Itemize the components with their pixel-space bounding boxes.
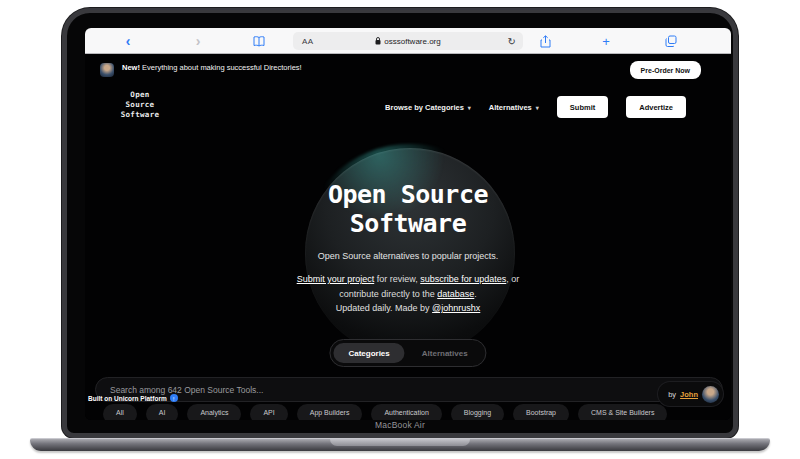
unicorn-platform-badge[interactable]: Built on Unicorn Platform ↑ (88, 394, 178, 402)
category-pill[interactable]: API (250, 404, 287, 420)
screenshot-stage: ‹ › AA osss (0, 0, 800, 459)
hero-title: Open Source Software (85, 180, 731, 238)
category-pill[interactable]: AI (146, 404, 179, 420)
nav-alternatives-label: Alternatives (489, 103, 532, 112)
announcement-message: Everything about making successful Direc… (140, 63, 302, 72)
built-prefix: Built on (88, 395, 114, 402)
author-avatar (702, 386, 719, 403)
hero-tagline: Open Source alternatives to popular proj… (85, 251, 731, 261)
hero-cta-text: Submit your project for review, subscrib… (258, 272, 558, 302)
announcement-bar: New! Everything about making successful … (85, 56, 731, 84)
nav-browse-label: Browse by Categories (385, 103, 464, 112)
browser-toolbar: ‹ › AA osss (85, 28, 731, 54)
built-on-text: Built on Unicorn Platform (88, 395, 167, 402)
site-logo[interactable]: Open Source Software (108, 90, 172, 120)
submit-button[interactable]: Submit (557, 96, 608, 118)
unicorn-platform-icon: ↑ (170, 394, 178, 402)
author-badge[interactable]: by John (658, 382, 723, 406)
url-text: osssoftware.org (293, 32, 523, 50)
logo-line: Software (108, 110, 172, 120)
device-name-label: MacBook Air (67, 420, 733, 430)
cta-text: contribute directly to the (339, 289, 437, 299)
announcement-text: New! Everything about making successful … (122, 63, 302, 72)
built-platform-name: Unicorn Platform (114, 395, 167, 402)
tab-categories[interactable]: Categories (333, 343, 404, 363)
tabs-overview-button[interactable] (663, 28, 679, 54)
announcement-avatar (100, 63, 114, 77)
cta-text: , or (506, 274, 519, 284)
tab-alternatives[interactable]: Alternatives (407, 343, 483, 363)
category-pill[interactable]: Bootstrap (513, 404, 569, 420)
category-pill[interactable]: Blogging (451, 404, 504, 420)
macbook-base (30, 438, 770, 451)
advertize-button[interactable]: Advertize (626, 96, 686, 118)
forward-icon: › (196, 34, 201, 48)
hero-title-line: Open Source (85, 180, 731, 209)
category-pill[interactable]: All (103, 404, 137, 420)
macbook-lid-notch (330, 439, 470, 446)
logo-line: Open (108, 90, 172, 100)
site-content: New! Everything about making successful … (85, 54, 731, 420)
bookmarks-button[interactable] (251, 28, 267, 54)
url-domain: osssoftware.org (384, 37, 440, 46)
view-toggle: Categories Alternatives (329, 339, 486, 367)
book-icon (253, 36, 265, 47)
by-label: by (668, 390, 676, 399)
category-pill[interactable]: Authentication (371, 404, 441, 420)
category-pill[interactable]: App Builders (297, 404, 363, 420)
hero-updated-text: Updated daily. Made by @johnrushx (85, 303, 731, 313)
chevron-down-icon: ▾ (468, 104, 471, 111)
nav-browse-categories[interactable]: Browse by Categories ▾ (385, 103, 471, 112)
plus-icon: + (602, 35, 610, 48)
subscribe-link[interactable]: subscribe for updates (420, 274, 506, 284)
cta-text: for review, (374, 274, 420, 284)
reload-button[interactable]: ↻ (508, 32, 516, 50)
browser-window: ‹ › AA osss (85, 28, 731, 420)
cta-text: . (474, 289, 477, 299)
category-pill[interactable]: CMS & Site Builders (578, 404, 667, 420)
back-button[interactable]: ‹ (121, 28, 135, 54)
category-pill[interactable]: Analytics (187, 404, 241, 420)
share-button[interactable] (537, 28, 553, 54)
preorder-button[interactable]: Pre-Order Now (630, 61, 701, 79)
share-icon (540, 35, 551, 48)
database-link[interactable]: database (437, 289, 474, 299)
lock-icon (375, 37, 381, 45)
nav-menu: Browse by Categories ▾ Alternatives ▾ Su… (385, 96, 686, 118)
back-icon: ‹ (126, 34, 131, 48)
announcement-badge: New! (122, 63, 140, 72)
logo-line: Source (108, 100, 172, 110)
search-input[interactable] (95, 377, 723, 402)
tabs-icon (665, 35, 677, 47)
author-link[interactable]: @johnrushx (432, 303, 480, 313)
macbook-frame: ‹ › AA osss (62, 8, 738, 438)
nav-alternatives[interactable]: Alternatives ▾ (489, 103, 539, 112)
category-pills-row: AllAIAnalyticsAPIApp BuildersAuthenticat… (103, 404, 667, 420)
new-tab-button[interactable]: + (599, 28, 613, 54)
forward-button[interactable]: › (191, 28, 205, 54)
submit-project-link[interactable]: Submit your project (297, 274, 375, 284)
author-name-link[interactable]: John (680, 390, 698, 399)
chevron-down-icon: ▾ (536, 104, 539, 111)
hero-title-line: Software (85, 209, 731, 238)
updated-prefix: Updated daily. Made by (336, 303, 432, 313)
address-bar[interactable]: AA osssoftware.org ↻ (293, 32, 523, 50)
